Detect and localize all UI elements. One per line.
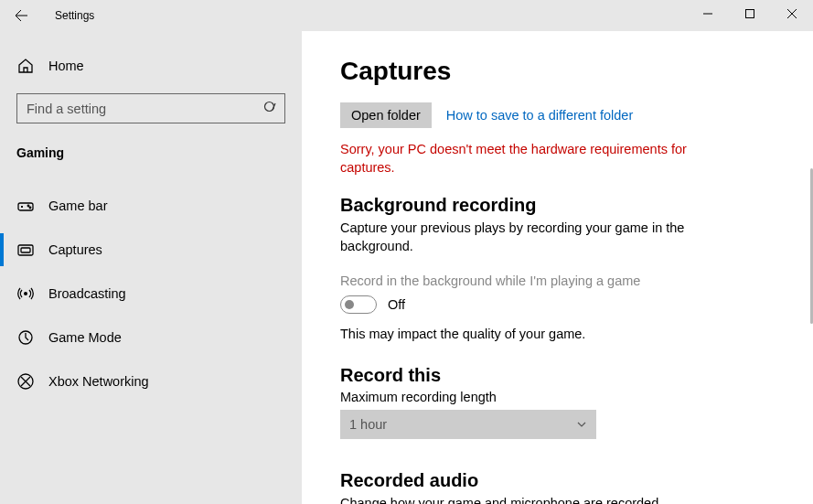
sidebar-item-label: Xbox Networking: [48, 374, 149, 389]
search-container: [16, 93, 285, 123]
sidebar-item-broadcasting[interactable]: Broadcasting: [0, 272, 302, 316]
section-title-recorded-audio: Recorded audio: [340, 470, 775, 491]
broadcasting-icon: [16, 284, 35, 303]
toggle-state-label: Off: [388, 297, 405, 312]
svg-rect-6: [21, 248, 30, 252]
sidebar-nav-list: Game bar Captures Broadcasting Game Mode: [0, 184, 302, 403]
help-link[interactable]: How to save to a different folder: [446, 108, 633, 123]
sidebar-item-label: Game bar: [48, 198, 107, 213]
close-button[interactable]: [771, 0, 813, 27]
record-length-label: Maximum recording length: [340, 390, 775, 404]
sidebar-item-xbox-networking[interactable]: Xbox Networking: [0, 359, 302, 403]
close-icon: [787, 9, 797, 18]
main-pane: Captures Open folder How to save to a di…: [302, 31, 813, 504]
game-mode-icon: [16, 328, 35, 347]
xbox-icon: [16, 372, 35, 391]
sidebar: Home Gaming Game bar Captures: [0, 31, 302, 504]
search-icon: [263, 101, 278, 115]
svg-point-7: [24, 292, 27, 295]
window-title: Settings: [55, 9, 94, 22]
sidebar-item-game-mode[interactable]: Game Mode: [0, 316, 302, 359]
maximize-icon: [745, 9, 754, 18]
svg-rect-0: [746, 10, 754, 18]
impact-note: This may impact the quality of your game…: [340, 327, 775, 341]
background-record-toggle[interactable]: [340, 295, 377, 314]
search-input[interactable]: [16, 93, 285, 123]
sidebar-item-label: Home: [48, 59, 84, 73]
svg-point-4: [29, 207, 31, 209]
sidebar-item-captures[interactable]: Captures: [0, 228, 302, 272]
svg-point-3: [27, 205, 29, 207]
chevron-down-icon: [576, 419, 587, 430]
back-button[interactable]: [0, 0, 42, 31]
captures-icon: [16, 241, 35, 259]
caption-buttons: [687, 0, 813, 27]
recorded-audio-desc: Change how your game and microphone are …: [340, 495, 724, 504]
background-record-setting-label: Record in the background while I'm playi…: [340, 273, 775, 288]
sidebar-item-label: Game Mode: [48, 330, 122, 345]
page-title: Captures: [340, 57, 775, 86]
record-length-dropdown[interactable]: 1 hour: [340, 410, 596, 439]
maximize-button[interactable]: [729, 0, 771, 27]
background-recording-desc: Capture your previous plays by recording…: [340, 220, 724, 255]
section-title-record-this: Record this: [340, 365, 775, 386]
back-arrow-icon: [14, 8, 28, 23]
sidebar-item-label: Captures: [48, 242, 102, 257]
minimize-button[interactable]: [687, 0, 729, 27]
home-icon: [16, 57, 35, 75]
sidebar-section-header: Gaming: [0, 136, 302, 167]
game-bar-icon: [16, 197, 35, 215]
sidebar-item-home[interactable]: Home: [0, 48, 302, 84]
dropdown-value: 1 hour: [349, 417, 387, 432]
sidebar-item-game-bar[interactable]: Game bar: [0, 184, 302, 228]
minimize-icon: [703, 9, 712, 18]
hardware-error-text: Sorry, your PC doesn't meet the hardware…: [340, 141, 733, 177]
open-folder-button[interactable]: Open folder: [340, 102, 432, 128]
section-title-background-recording: Background recording: [340, 195, 775, 216]
sidebar-item-label: Broadcasting: [48, 286, 126, 301]
titlebar: Settings: [0, 0, 813, 31]
